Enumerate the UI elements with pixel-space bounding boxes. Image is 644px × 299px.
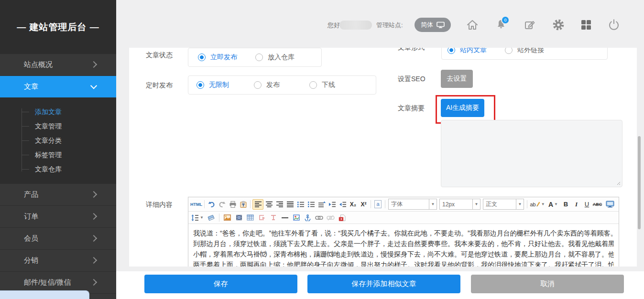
caret-down-icon: ▼ [472, 199, 480, 209]
home-button[interactable] [466, 19, 479, 32]
line-height-button[interactable]: ▼ [190, 213, 205, 223]
insert-frame-button[interactable] [257, 213, 267, 223]
paragraph-spacing-button[interactable] [317, 199, 327, 210]
print-button[interactable] [228, 199, 238, 210]
notifications-button[interactable]: 0 [495, 19, 507, 32]
link-button[interactable] [314, 213, 324, 223]
bold-button[interactable]: B [561, 199, 571, 210]
editor-toolbar-row1: HTML X₂ X² a 字体 [188, 197, 619, 212]
apps-grid-icon [581, 20, 591, 30]
radio-to-warehouse[interactable] [255, 53, 263, 61]
italic-button[interactable]: I [571, 199, 581, 210]
redo-button[interactable] [217, 199, 227, 210]
ordered-list-button[interactable] [295, 199, 306, 210]
chevron-right-icon [90, 278, 97, 285]
horizontal-rule-button[interactable] [280, 213, 290, 223]
submenu-item-article-category[interactable]: 文章分类 [0, 133, 116, 148]
insert-video-button[interactable] [234, 213, 244, 223]
export-pdf-button[interactable] [337, 213, 347, 223]
unordered-list-button[interactable] [306, 199, 316, 210]
save-button[interactable]: 保存 [144, 275, 297, 293]
sidebar-item-members[interactable]: 会员 [0, 228, 116, 250]
radio-external-link[interactable] [505, 48, 513, 54]
language-switch-button[interactable]: 简体 [415, 18, 451, 32]
app-logo: — 建站管理后台 — [0, 0, 116, 54]
radio-label[interactable]: 立即发布 [210, 53, 237, 62]
paste-text-button[interactable] [238, 199, 248, 210]
apps-grid-button[interactable] [581, 20, 591, 32]
align-center-button[interactable] [264, 199, 274, 210]
anchor-button[interactable] [303, 213, 313, 223]
logout-button[interactable] [608, 19, 620, 33]
sidebar-item-label: 文章 [24, 82, 38, 91]
chevron-right-icon [90, 191, 97, 197]
justify-button[interactable] [285, 199, 295, 210]
insert-column-button[interactable] [268, 213, 278, 223]
content-line: 我说道：“爸爸，你走吧。”他往车外看了看，说：“我买几个橘子去。你就在此地，不要… [193, 228, 614, 238]
sidebar-item-distribution[interactable]: 分销 [0, 250, 116, 272]
caret-down-icon: ▼ [200, 215, 204, 220]
paragraph-format-select[interactable]: 正文▼ [483, 199, 524, 210]
editor-content[interactable]: 我说道：“爸爸，你走吧。”他往车外看了看，说：“我买几个橘子去。你就在此地，不要… [188, 224, 619, 267]
summary-textarea[interactable] [441, 120, 622, 187]
highlight-color-button[interactable]: ab▼ [529, 199, 546, 210]
radio-offline[interactable] [309, 81, 317, 89]
caret-down-icon: ▼ [554, 202, 558, 206]
indent-button[interactable] [327, 199, 337, 210]
radio-label[interactable]: 无限制 [209, 81, 229, 89]
insert-table-button[interactable] [245, 213, 255, 223]
html-source-button[interactable]: HTML [190, 199, 202, 210]
radio-no-limit[interactable] [196, 81, 204, 89]
char-border-button[interactable]: a [373, 199, 383, 210]
align-left-button[interactable] [252, 199, 263, 210]
seo-setup-button[interactable]: 去设置 [441, 70, 473, 88]
settings-button[interactable] [552, 19, 565, 33]
ai-generate-summary-button[interactable]: AI生成摘要 [441, 99, 484, 117]
radio-label[interactable]: 发布 [266, 81, 280, 89]
content-line: 两手攀着上面，两脚再向上缩；他肥胖的身子向左微倾，显出努力的样子。这时我看见他的… [193, 259, 614, 267]
cancel-button[interactable]: 取消 [471, 275, 624, 293]
save-and-add-similar-button[interactable]: 保存并添加相似文章 [307, 275, 460, 293]
undo-button[interactable] [207, 199, 217, 210]
align-right-button[interactable] [274, 199, 284, 210]
submenu-item-add-article[interactable]: 添加文章 [0, 105, 116, 119]
radio-label[interactable]: 站外链接 [517, 48, 544, 54]
radio-label[interactable]: 下线 [322, 81, 335, 89]
sidebar-item-label: 订单 [24, 212, 38, 221]
power-icon [608, 19, 620, 31]
radio-label[interactable]: 放入仓库 [268, 53, 295, 62]
insert-map-button[interactable] [291, 213, 301, 223]
superscript-button[interactable]: X² [359, 199, 369, 210]
insert-image-button[interactable] [222, 213, 232, 223]
subscript-button[interactable]: X₂ [348, 199, 358, 210]
radio-publish[interactable] [254, 81, 262, 89]
manage-site-label: 管理站点: [376, 21, 403, 30]
font-size-select[interactable]: 12px▼ [439, 199, 480, 210]
sidebar-item-articles[interactable]: 文章 [0, 76, 116, 98]
fullscreen-button[interactable] [605, 199, 615, 210]
radio-internal-article[interactable] [448, 48, 455, 54]
underline-button[interactable]: U [582, 199, 592, 210]
radio-publish-now[interactable] [198, 53, 206, 61]
outdent-button[interactable] [338, 199, 348, 210]
home-icon [466, 19, 479, 31]
submenu-item-article-warehouse[interactable]: 文章仓库 [0, 162, 116, 176]
sidebar-item-orders[interactable]: 订单 [0, 206, 116, 228]
scheduled-publish-radio-group: 无限制 发布 下线 [188, 75, 376, 95]
compose-button[interactable] [524, 19, 535, 32]
strikethrough-button[interactable]: ABC [592, 199, 602, 210]
eraser-button[interactable] [206, 213, 216, 223]
submenu-item-article-manage[interactable]: 文章管理 [0, 119, 116, 133]
font-family-select[interactable]: 字体▼ [388, 199, 437, 210]
page-scrollbar-thumb[interactable] [638, 136, 641, 229]
radio-label[interactable]: 站内文章 [460, 48, 487, 54]
sidebar-item-products[interactable]: 产品 [0, 184, 116, 206]
submenu-item-tag-manage[interactable]: 标签管理 [0, 148, 116, 162]
submenu-label: 文章分类 [35, 137, 62, 144]
sidebar-item-site-overview[interactable]: 站点概况 [0, 54, 116, 76]
font-color-button[interactable]: A▼ [546, 199, 560, 210]
greeting-text: 您好 [327, 21, 340, 30]
unlink-button[interactable] [326, 213, 336, 223]
caret-down-icon: ▼ [516, 199, 524, 209]
chevron-down-icon [90, 82, 97, 89]
